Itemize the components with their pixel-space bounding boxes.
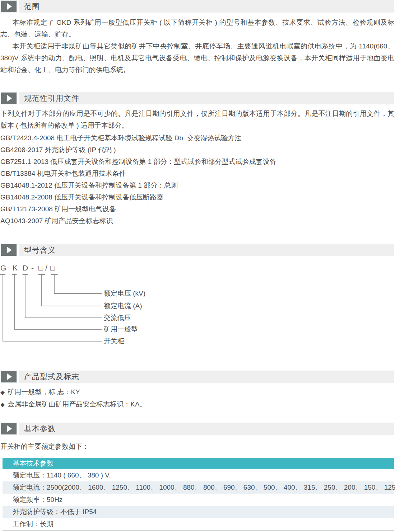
- reference-item: AQ1043-2007 矿用产品安全标志标识: [0, 215, 394, 227]
- references-intro: 下列文件对于本部分的应用是不可少的。凡是注日期的引用文件，仅所注日期的版本适用于…: [0, 108, 394, 131]
- section-header-model: 型号含义: [0, 244, 395, 256]
- reference-item: GB/T2423.4-2008 电工电子开关柜基本环境试验规程试验 Db: 交变…: [0, 132, 394, 144]
- section-header-scope: 范围: [0, 0, 395, 13]
- diamond-bullet-icon: ◆: [0, 389, 5, 395]
- basic-params-intro: 开关柜的主要额定参数如下：: [0, 441, 394, 452]
- bullet-item: ◆金属非金属矿山矿用产品安全标志标识：KA。: [0, 398, 394, 410]
- arrow-right-icon: [1, 371, 17, 383]
- table-header: 基本技术参数: [3, 458, 394, 469]
- bullet-text: 金属非金属矿山矿用产品安全标志标识：KA。: [8, 400, 146, 408]
- section-header-references: 规范性引用文件: [0, 92, 395, 104]
- section-title-bar: 基本参数: [19, 423, 394, 435]
- arrow-right-icon: [1, 244, 17, 256]
- table-row: 额定电流：2500(2000、 1600、 1250、 1100、 1000、 …: [3, 481, 394, 494]
- arrow-right-icon: [1, 423, 17, 435]
- section-title-bar: 产品型式及标志: [19, 371, 394, 383]
- paragraph: 下列文件对于本部分的应用是不可少的。凡是注日期的引用文件，仅所注日期的版本适用于…: [0, 108, 394, 131]
- section-title-bar: 型号含义: [19, 244, 394, 256]
- section-title: 范围: [19, 1, 40, 11]
- reference-item: GB14048.2-2008 低压开关设备和控制设备低压断路器: [0, 191, 394, 203]
- model-meaning-label: 额定电流 (A): [104, 301, 142, 311]
- section-title: 规范性引用文件: [19, 93, 79, 103]
- reference-item: GB/T13384 机电开关柜包装通用技术条件: [0, 168, 394, 179]
- section-title-bar: 范围: [19, 0, 394, 13]
- scope-paragraphs: 本标准规定了 GKD 系列矿用一般型低压开关柜 ( 以下简称开关柜 ) 的型号和…: [0, 17, 394, 76]
- section-title-bar: 规范性引用文件: [19, 92, 394, 104]
- bullet-item: ◆矿用一般型，标 志：KY: [0, 386, 394, 398]
- page-root: 范围 本标准规定了 GKD 系列矿用一般型低压开关柜 ( 以下简称开关柜 ) 的…: [0, 0, 395, 532]
- section-title: 型号含义: [19, 245, 56, 255]
- arrow-right-icon: [1, 92, 17, 104]
- reference-item: GB14048.1-2012 低压开关设备和控制设备第 1 部分：总则: [0, 179, 394, 191]
- section-header-type-marking: 产品型式及标志: [0, 371, 395, 383]
- table-row: 工作制：长期: [3, 518, 394, 530]
- model-meaning-label: 额定电压 (kV): [104, 289, 145, 298]
- model-designation-diagram: GKD-□/□ 额定电压 (kV)额定电流 (A)交流低压矿用一般型开关柜: [0, 264, 223, 352]
- section-title: 产品型式及标志: [19, 372, 79, 382]
- arrow-right-icon: [1, 0, 17, 13]
- paragraph: 开关柜的主要额定参数如下：: [0, 441, 394, 452]
- reference-item: GB/T12173-2008 矿用一般型电气设备: [0, 203, 394, 215]
- table-row: 额定电压：1140 ( 660、 380 ) V.: [3, 469, 394, 481]
- model-meaning-label: 矿用一般型: [104, 325, 138, 334]
- table-row: 额定频率：50Hz: [3, 494, 394, 506]
- paragraph: 本开关柜适用于非煤矿山等其它类似的矿井下中央控制室、井底停车场、主要通风道机电岷…: [0, 40, 394, 76]
- references-list: GB/T2423.4-2008 电工电子开关柜基本环境试验规程试验 Db: 交变…: [0, 132, 394, 227]
- bullet-text: 矿用一般型，标 志：KY: [8, 388, 80, 396]
- model-meaning-label: 开关柜: [104, 336, 124, 346]
- section-title: 基本参数: [19, 424, 56, 434]
- paragraph: 本标准规定了 GKD 系列矿用一般型低压开关柜 ( 以下简称开关柜 ) 的型号和…: [0, 17, 394, 40]
- section-header-basic-params: 基本参数: [0, 423, 395, 435]
- reference-item: GB4208-2017 外壳防护等级 (IP 代码 ): [0, 144, 394, 156]
- table-row: 外壳防护等级：不低于 IP54: [3, 506, 394, 518]
- diamond-bullet-icon: ◆: [0, 401, 5, 408]
- reference-item: GB7251.1-2013 低压成套开关设备和控制设备第 1 部分：型式试验和部…: [0, 156, 394, 168]
- basic-params-table: 基本技术参数 额定电压：1140 ( 660、 380 ) V.额定电流：250…: [3, 458, 394, 531]
- type-marking-bullets: ◆矿用一般型，标 志：KY ◆金属非金属矿山矿用产品安全标志标识：KA。: [0, 386, 394, 410]
- table-body: 额定电压：1140 ( 660、 380 ) V.额定电流：2500(2000、…: [3, 469, 394, 530]
- model-meaning-label: 交流低压: [104, 313, 131, 323]
